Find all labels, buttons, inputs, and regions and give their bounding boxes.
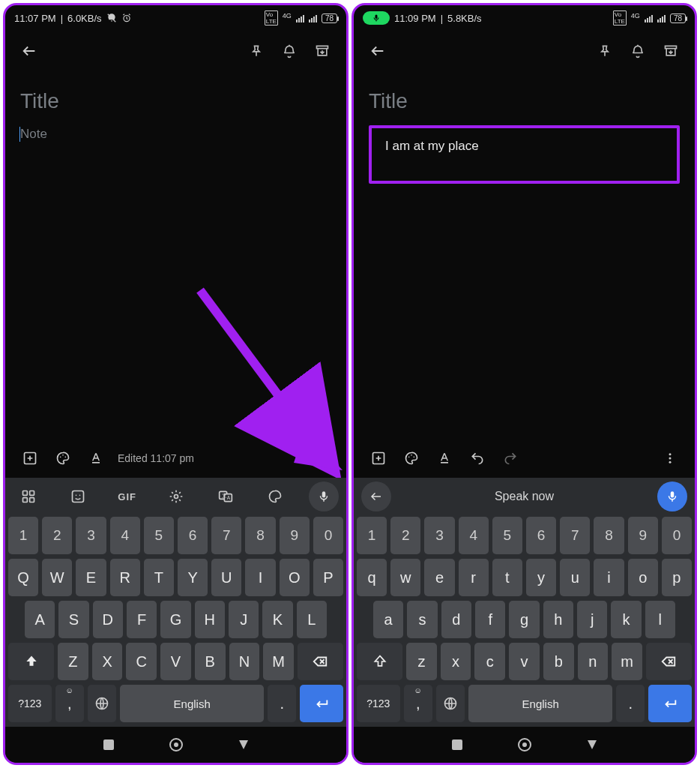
key-w[interactable]: w <box>390 559 420 596</box>
key-7[interactable]: 7 <box>211 517 241 554</box>
key-2[interactable]: 2 <box>390 517 420 554</box>
key-q[interactable]: Q <box>8 559 38 596</box>
key-f[interactable]: F <box>127 601 157 638</box>
key-3[interactable]: 3 <box>76 517 106 554</box>
key-1[interactable]: 1 <box>357 517 387 554</box>
key-0[interactable]: 0 <box>662 517 692 554</box>
key-i[interactable]: i <box>594 559 624 596</box>
key-a[interactable]: a <box>373 601 403 638</box>
mic-button-active[interactable] <box>657 482 687 512</box>
key-f[interactable]: f <box>475 601 505 638</box>
key-3[interactable]: 3 <box>424 517 454 554</box>
reminder-button[interactable] <box>273 34 306 68</box>
key-t[interactable]: t <box>492 559 522 596</box>
key-l[interactable]: l <box>645 601 675 638</box>
back-button[interactable] <box>361 34 394 68</box>
gif-button[interactable]: GIF <box>112 481 143 512</box>
note-content[interactable]: Title I am at my place <box>354 71 695 439</box>
palette-button[interactable] <box>52 451 74 466</box>
archive-button[interactable] <box>654 34 687 68</box>
key-4[interactable]: 4 <box>110 517 140 554</box>
key-j[interactable]: J <box>229 601 259 638</box>
key-d[interactable]: d <box>441 601 471 638</box>
key-8[interactable]: 8 <box>594 517 624 554</box>
key-8[interactable]: 8 <box>245 517 275 554</box>
mic-active-pill[interactable] <box>363 11 390 25</box>
key-m[interactable]: M <box>263 643 294 680</box>
key-p[interactable]: P <box>313 559 343 596</box>
text-format-button[interactable] <box>433 451 456 466</box>
key-u[interactable]: U <box>211 559 241 596</box>
shift-key[interactable] <box>357 643 402 680</box>
back-button[interactable] <box>13 34 46 68</box>
key-5[interactable]: 5 <box>492 517 522 554</box>
key-e[interactable]: e <box>424 559 454 596</box>
shift-key[interactable] <box>8 643 54 680</box>
key-z[interactable]: z <box>406 643 437 680</box>
kb-back-button[interactable] <box>361 482 391 512</box>
key-g[interactable]: G <box>160 601 190 638</box>
title-input[interactable]: Title <box>20 89 331 113</box>
archive-button[interactable] <box>306 34 339 68</box>
key-h[interactable]: h <box>543 601 573 638</box>
key-9[interactable]: 9 <box>280 517 310 554</box>
key-u[interactable]: u <box>560 559 590 596</box>
nav-back[interactable] <box>237 738 250 752</box>
key-1[interactable]: 1 <box>8 517 38 554</box>
theme-icon[interactable] <box>259 481 291 512</box>
key-4[interactable]: 4 <box>459 517 489 554</box>
reminder-button[interactable] <box>621 34 654 68</box>
key-y[interactable]: Y <box>178 559 208 596</box>
nav-back[interactable] <box>585 738 599 752</box>
redo-button[interactable] <box>499 451 522 466</box>
key-b[interactable]: B <box>195 643 226 680</box>
comma-key[interactable]: ☺, <box>55 685 84 722</box>
enter-key[interactable] <box>648 685 692 722</box>
nav-recent[interactable] <box>450 738 464 752</box>
key-r[interactable]: R <box>110 559 140 596</box>
key-h[interactable]: H <box>195 601 225 638</box>
key-6[interactable]: 6 <box>526 517 556 554</box>
translate-icon[interactable]: 文A <box>210 481 241 512</box>
key-6[interactable]: 6 <box>178 517 208 554</box>
key-k[interactable]: K <box>262 601 292 638</box>
key-o[interactable]: o <box>628 559 658 596</box>
key-c[interactable]: C <box>126 643 157 680</box>
pin-button[interactable] <box>240 34 273 68</box>
key-s[interactable]: s <box>407 601 437 638</box>
sticker-icon[interactable] <box>62 481 94 512</box>
key-0[interactable]: 0 <box>313 517 343 554</box>
key-l[interactable]: L <box>297 601 327 638</box>
add-button[interactable] <box>19 451 41 466</box>
key-v[interactable]: v <box>509 643 540 680</box>
more-button[interactable] <box>310 452 333 465</box>
symnum-key[interactable]: ?123 <box>357 685 400 722</box>
symnum-key[interactable]: ?123 <box>8 685 52 722</box>
key-d[interactable]: D <box>93 601 123 638</box>
key-n[interactable]: N <box>229 643 260 680</box>
backspace-key[interactable] <box>646 643 692 680</box>
key-o[interactable]: O <box>280 559 310 596</box>
text-format-button[interactable] <box>85 451 107 466</box>
key-i[interactable]: I <box>245 559 275 596</box>
undo-button[interactable] <box>466 451 489 466</box>
key-7[interactable]: 7 <box>560 517 590 554</box>
title-input[interactable]: Title <box>369 89 680 113</box>
key-x[interactable]: x <box>441 643 471 680</box>
key-x[interactable]: X <box>92 643 123 680</box>
key-e[interactable]: E <box>76 559 106 596</box>
settings-icon[interactable] <box>160 481 192 512</box>
key-5[interactable]: 5 <box>144 517 174 554</box>
note-text[interactable]: I am at my place <box>385 139 479 153</box>
pin-button[interactable] <box>588 34 621 68</box>
lang-key[interactable] <box>88 685 116 722</box>
key-2[interactable]: 2 <box>42 517 72 554</box>
key-z[interactable]: Z <box>58 643 88 680</box>
key-c[interactable]: c <box>474 643 505 680</box>
nav-recent[interactable] <box>102 738 115 752</box>
key-t[interactable]: T <box>144 559 174 596</box>
key-y[interactable]: y <box>526 559 556 596</box>
key-b[interactable]: b <box>543 643 574 680</box>
backspace-key[interactable] <box>298 643 343 680</box>
lang-key[interactable] <box>436 685 465 722</box>
